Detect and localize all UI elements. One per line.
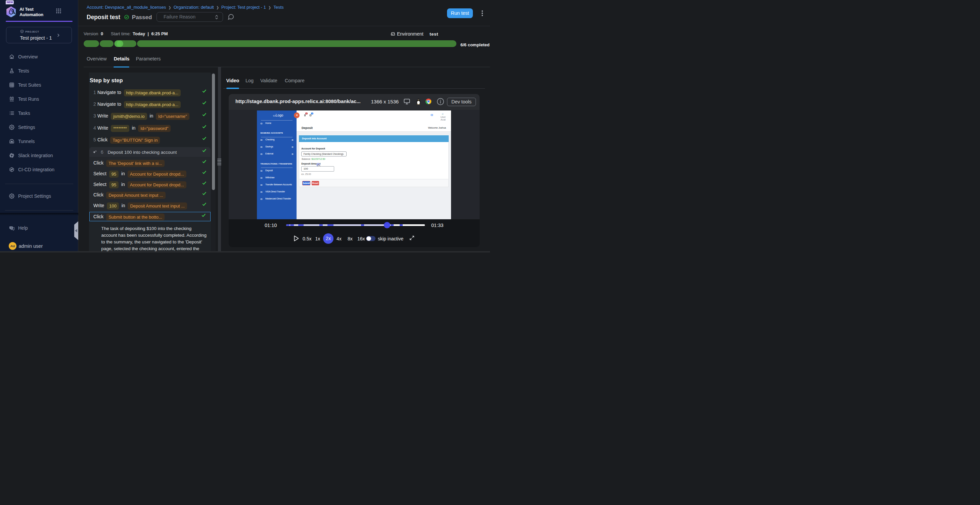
svg-text:?: ? xyxy=(10,227,12,229)
